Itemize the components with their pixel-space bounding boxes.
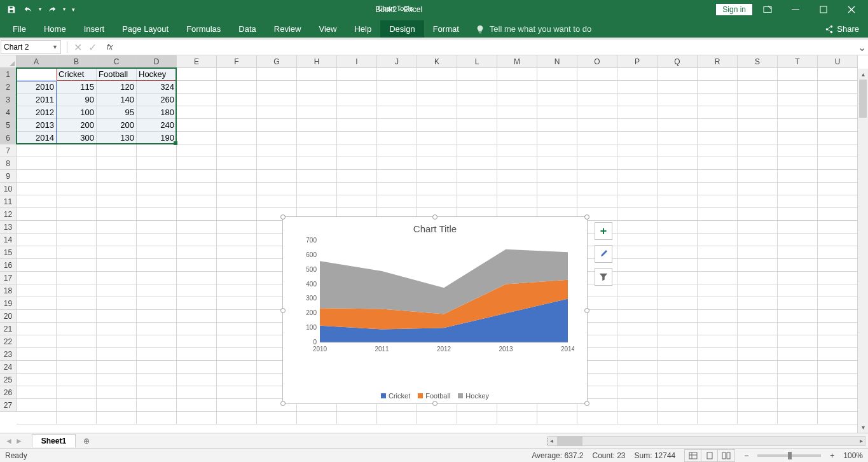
formula-input[interactable]	[121, 40, 858, 54]
cell[interactable]	[577, 157, 617, 170]
cell[interactable]	[377, 195, 417, 208]
cell[interactable]	[97, 183, 137, 195]
cell[interactable]	[177, 323, 217, 335]
cell[interactable]	[297, 195, 337, 208]
cell[interactable]	[177, 208, 217, 221]
row-header-27[interactable]: 27	[0, 399, 17, 412]
cell[interactable]	[217, 284, 257, 297]
zoom-thumb[interactable]	[788, 452, 792, 459]
cell[interactable]	[217, 386, 257, 399]
chart-filters-button[interactable]	[595, 268, 612, 286]
cell[interactable]	[738, 221, 778, 234]
cell[interactable]: 324	[137, 81, 177, 94]
cell[interactable]	[698, 208, 738, 221]
zoom-level[interactable]: 100%	[843, 451, 863, 460]
cell[interactable]	[177, 348, 217, 361]
ribbon-display-options[interactable]	[755, 1, 780, 18]
cell[interactable]	[617, 348, 658, 361]
cell[interactable]	[658, 170, 698, 183]
cell[interactable]	[297, 157, 337, 170]
cell[interactable]	[577, 81, 617, 94]
cell[interactable]	[698, 94, 738, 106]
cell[interactable]	[417, 157, 457, 170]
cell[interactable]	[217, 195, 257, 208]
cell[interactable]	[778, 361, 818, 374]
row-header-21[interactable]: 21	[0, 323, 17, 335]
chevron-down-icon[interactable]: ▼	[52, 44, 58, 50]
cell[interactable]	[97, 208, 137, 221]
cell[interactable]	[658, 119, 698, 132]
cell[interactable]	[457, 132, 497, 144]
cell[interactable]	[137, 297, 177, 310]
cell[interactable]	[698, 272, 738, 284]
select-all-corner[interactable]	[0, 55, 17, 68]
row-header-7[interactable]: 7	[0, 144, 17, 157]
col-header-D[interactable]: D	[137, 55, 177, 68]
cell[interactable]	[778, 246, 818, 259]
cell[interactable]	[778, 386, 818, 399]
normal-view[interactable]	[685, 450, 701, 461]
cell[interactable]	[738, 399, 778, 412]
redo-button[interactable]	[45, 2, 60, 17]
cell[interactable]	[738, 323, 778, 335]
cell[interactable]	[617, 144, 658, 157]
cell[interactable]	[97, 272, 137, 284]
row-header-5[interactable]: 5	[0, 119, 17, 132]
cell[interactable]	[417, 170, 457, 183]
redo-dropdown[interactable]: ▾	[61, 2, 67, 17]
cell[interactable]	[457, 412, 497, 424]
cell[interactable]	[97, 234, 137, 246]
cell[interactable]	[97, 157, 137, 170]
cell[interactable]	[457, 81, 497, 94]
cell[interactable]	[297, 183, 337, 195]
cell[interactable]	[778, 144, 818, 157]
col-header-L[interactable]: L	[457, 55, 497, 68]
cell[interactable]	[778, 68, 818, 81]
cell[interactable]	[617, 208, 658, 221]
col-header-Q[interactable]: Q	[658, 55, 698, 68]
cell[interactable]	[97, 412, 137, 424]
row-header-13[interactable]: 13	[0, 221, 17, 234]
cell[interactable]	[297, 94, 337, 106]
zoom-in[interactable]: +	[830, 451, 834, 460]
cell[interactable]	[17, 361, 57, 374]
zoom-slider[interactable]	[757, 454, 821, 457]
cell[interactable]	[17, 374, 57, 386]
cell[interactable]	[738, 297, 778, 310]
cell[interactable]	[377, 157, 417, 170]
cell[interactable]	[778, 348, 818, 361]
cell[interactable]	[497, 119, 537, 132]
row-header-3[interactable]: 3	[0, 94, 17, 106]
cell[interactable]	[658, 132, 698, 144]
cell[interactable]	[818, 81, 858, 94]
chart-legend[interactable]: CricketFootballHockey	[283, 392, 587, 400]
cell[interactable]	[257, 183, 297, 195]
cell[interactable]	[97, 348, 137, 361]
cell[interactable]	[417, 183, 457, 195]
cell[interactable]	[738, 157, 778, 170]
tab-data[interactable]: Data	[230, 20, 265, 38]
cell[interactable]	[97, 259, 137, 272]
cell[interactable]	[818, 144, 858, 157]
cell[interactable]	[698, 183, 738, 195]
cell[interactable]	[818, 374, 858, 386]
cell[interactable]	[177, 68, 217, 81]
cell[interactable]	[57, 246, 97, 259]
cell[interactable]	[617, 81, 658, 94]
cell[interactable]	[698, 157, 738, 170]
cell[interactable]	[658, 106, 698, 119]
cell[interactable]	[658, 348, 698, 361]
cell[interactable]	[577, 119, 617, 132]
cell[interactable]	[377, 183, 417, 195]
cell[interactable]	[778, 183, 818, 195]
name-box[interactable]: Chart 2 ▼	[1, 40, 61, 54]
col-header-A[interactable]: A	[17, 55, 57, 68]
cell[interactable]	[257, 170, 297, 183]
cell[interactable]	[137, 144, 177, 157]
cell[interactable]	[97, 246, 137, 259]
cell[interactable]	[497, 195, 537, 208]
scroll-left[interactable]: ◂	[548, 437, 555, 444]
cell[interactable]	[137, 374, 177, 386]
cell[interactable]	[698, 361, 738, 374]
cell[interactable]	[617, 284, 658, 297]
